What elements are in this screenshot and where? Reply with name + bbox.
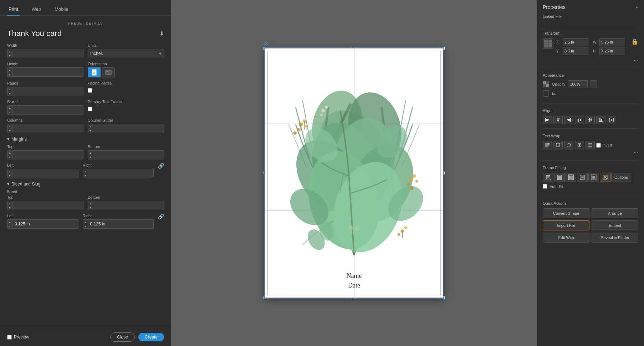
tab-print[interactable]: Print: [7, 4, 20, 15]
pages-input[interactable]: 1: [12, 89, 83, 94]
reveal-in-finder-button[interactable]: Reveal in Finder: [592, 233, 638, 243]
columns-increment[interactable]: ▲: [7, 124, 12, 128]
aspect-lock-icon[interactable]: 🔒: [631, 38, 638, 45]
margin-left-decrement[interactable]: ▼: [7, 173, 12, 178]
margin-top-increment[interactable]: ▲: [7, 151, 12, 155]
bleed-bottom-increment[interactable]: ▲: [88, 201, 93, 205]
distribute-button[interactable]: [607, 116, 616, 124]
jump-to-next-column-button[interactable]: [586, 141, 595, 149]
edit-with-button[interactable]: Edit With: [543, 233, 589, 243]
start-input[interactable]: 1: [12, 107, 83, 112]
width-increment[interactable]: ▲: [7, 49, 12, 54]
margin-left-increment[interactable]: ▲: [7, 169, 12, 173]
center-content-button[interactable]: [588, 173, 599, 182]
align-top-edges-button[interactable]: [575, 116, 584, 124]
pages-decrement[interactable]: ▼: [7, 91, 12, 96]
align-left-edges-button[interactable]: [543, 116, 552, 124]
margin-right-increment[interactable]: ▲: [83, 169, 88, 173]
close-button[interactable]: Close: [110, 332, 135, 342]
columns-input[interactable]: 1: [12, 126, 83, 131]
start-increment[interactable]: ▲: [7, 106, 12, 110]
pages-increment[interactable]: ▲: [7, 87, 12, 91]
primary-text-frame-checkbox[interactable]: [88, 107, 92, 111]
arrange-button[interactable]: Arrange: [592, 208, 638, 218]
margin-bottom-input[interactable]: 0.125 in: [93, 152, 164, 157]
margin-right-decrement[interactable]: ▼: [83, 173, 88, 178]
ref-bl[interactable]: [544, 45, 548, 47]
wrap-around-object-shape-button[interactable]: [564, 141, 573, 149]
import-file-button[interactable]: Import File: [543, 220, 589, 230]
ref-ml[interactable]: [544, 42, 548, 45]
ref-tr[interactable]: [548, 40, 552, 42]
create-button[interactable]: Create: [138, 333, 164, 341]
fit-frame-to-content-button[interactable]: [543, 173, 553, 182]
auto-fit-checkbox[interactable]: [543, 184, 547, 189]
save-preset-icon[interactable]: ⬇: [159, 30, 164, 37]
margin-right-input[interactable]: 0.125 in: [88, 171, 154, 176]
tab-mobile[interactable]: Mobile: [53, 4, 70, 15]
opacity-expand-btn[interactable]: ›: [591, 80, 597, 88]
ref-tl[interactable]: [544, 40, 548, 42]
margins-section-header[interactable]: ▾ Margins: [7, 137, 164, 142]
align-center-v-button[interactable]: [586, 116, 595, 124]
ref-br[interactable]: [548, 45, 552, 47]
margin-bottom-increment[interactable]: ▲: [88, 151, 93, 155]
bleed-top-increment[interactable]: ▲: [7, 201, 12, 205]
bleed-slug-section-header[interactable]: ▾ Bleed and Slug: [7, 182, 164, 187]
x-input[interactable]: [563, 38, 588, 46]
bleed-left-input[interactable]: [12, 222, 78, 227]
height-decrement[interactable]: ▼: [7, 72, 12, 76]
bleed-left-increment[interactable]: ▲: [7, 220, 12, 224]
margins-link-icon[interactable]: 🔗: [158, 163, 164, 178]
fill-frame-proportionally-button[interactable]: [566, 173, 576, 182]
start-decrement[interactable]: ▼: [7, 110, 12, 114]
fit-content-to-frame-button[interactable]: [554, 173, 565, 182]
align-right-edges-button[interactable]: [564, 116, 573, 124]
width-decrement[interactable]: ▼: [7, 54, 12, 58]
y-input[interactable]: [563, 47, 588, 55]
bleed-top-input[interactable]: 0.125 in: [12, 203, 83, 208]
units-select[interactable]: Inches Millimeters Centimeters Pixels: [88, 49, 164, 58]
text-wrap-more-icon[interactable]: ···: [543, 149, 638, 156]
height-input[interactable]: 7 in: [12, 70, 83, 75]
margin-top-decrement[interactable]: ▼: [7, 155, 12, 159]
column-gutter-increment[interactable]: ▲: [88, 124, 93, 128]
convert-shape-button[interactable]: Convert Shape: [543, 208, 589, 218]
bleed-right-input[interactable]: [88, 222, 154, 227]
portrait-button[interactable]: [88, 67, 101, 77]
bleed-top-decrement[interactable]: ▼: [7, 205, 12, 210]
opacity-input[interactable]: [568, 80, 588, 88]
h-input[interactable]: [599, 47, 625, 55]
bleed-bottom-decrement[interactable]: ▼: [88, 205, 93, 210]
embed-button[interactable]: Embed: [592, 220, 638, 230]
invert-checkbox[interactable]: [596, 143, 601, 148]
margin-left-input[interactable]: 0.125 in: [12, 171, 78, 176]
w-input[interactable]: [599, 38, 625, 46]
fit-content-proportionally-button[interactable]: [577, 173, 588, 182]
frame-fitting-options-button[interactable]: Options: [611, 173, 631, 182]
margin-top-input[interactable]: 0.125 in: [12, 152, 83, 157]
wrap-around-bounding-box-button[interactable]: [553, 141, 563, 149]
facing-pages-checkbox[interactable]: [88, 88, 92, 93]
column-gutter-decrement[interactable]: ▼: [88, 128, 93, 133]
no-text-wrap-button[interactable]: [543, 141, 552, 149]
column-gutter-input[interactable]: 0.1667 in: [93, 126, 164, 131]
tab-web[interactable]: Web: [30, 4, 43, 15]
bleed-right-decrement[interactable]: ▼: [83, 224, 88, 228]
align-center-h-button[interactable]: [553, 116, 563, 124]
landscape-button[interactable]: [102, 67, 115, 77]
margin-bottom-decrement[interactable]: ▼: [88, 155, 93, 159]
ref-mr[interactable]: [548, 42, 552, 45]
bleed-right-increment[interactable]: ▲: [83, 220, 88, 224]
bleed-bottom-input[interactable]: 0.125 in: [93, 203, 164, 208]
jump-object-button[interactable]: [575, 141, 584, 149]
preview-checkbox[interactable]: [7, 335, 12, 340]
reference-point-grid[interactable]: [543, 38, 553, 49]
expand-icon[interactable]: »: [635, 4, 638, 10]
align-bottom-edges-button[interactable]: [596, 116, 605, 124]
width-input[interactable]: 5 in: [12, 51, 83, 56]
bleed-link-icon[interactable]: 🔗: [158, 214, 164, 229]
height-increment[interactable]: ▲: [7, 68, 12, 72]
columns-decrement[interactable]: ▼: [7, 128, 12, 133]
bleed-left-decrement[interactable]: ▼: [7, 224, 12, 228]
